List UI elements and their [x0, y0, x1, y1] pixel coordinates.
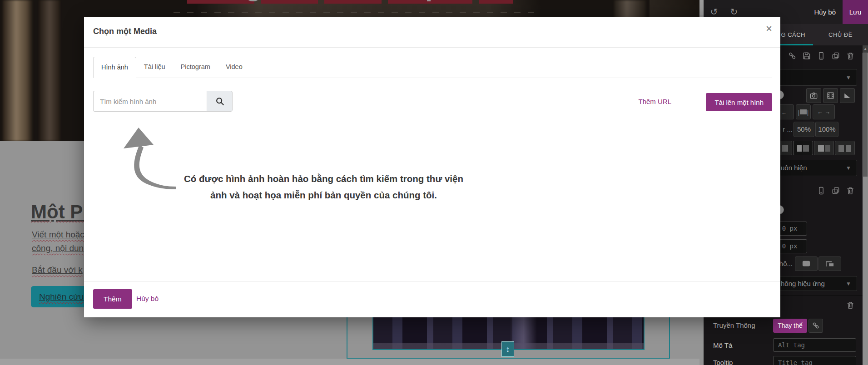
hero-heading-squiggle: [479, 0, 513, 4]
editor-cancel-button[interactable]: Hủy bỏ: [814, 0, 836, 24]
dialog-header: Chọn một Media ×: [84, 17, 780, 48]
tab-documents[interactable]: Tài liệu: [136, 57, 173, 78]
search-input[interactable]: [93, 91, 207, 112]
page-scrollbar-thumb[interactable]: [699, 0, 704, 15]
media-type-tabs: Hình ảnh Tài liệu Pictogram Video: [93, 57, 772, 78]
media-row-label: Truyền Thông: [713, 321, 755, 329]
layout-option-2-active[interactable]: [793, 141, 813, 155]
tab-video[interactable]: Video: [218, 57, 250, 78]
cancel-link[interactable]: Hủy bỏ: [136, 295, 159, 303]
hero-heading-squiggle: [324, 0, 382, 4]
research-cta-button[interactable]: Nghiên cứu: [31, 286, 90, 307]
chevron-down-icon: ▼: [846, 276, 851, 291]
hero-subtitle-fragment: [174, 12, 540, 13]
clone-icon[interactable]: [831, 51, 840, 60]
add-button[interactable]: Thêm: [93, 289, 132, 309]
tooltip-row-label: Tooltip: [713, 359, 733, 365]
chevron-down-icon: ▼: [846, 160, 851, 176]
close-icon[interactable]: ×: [766, 23, 772, 34]
search-button[interactable]: [207, 91, 233, 112]
next-section-strip: [0, 359, 699, 365]
curved-arrow-icon: [118, 125, 179, 195]
link-icon[interactable]: [788, 51, 797, 60]
page-paragraph-line: công, nội dun: [32, 243, 84, 253]
dialog-footer: Thêm Hủy bỏ: [84, 281, 780, 317]
add-url-link[interactable]: Thêm URL: [638, 98, 671, 105]
trash-icon[interactable]: [846, 301, 855, 310]
dialog-title: Chọn một Media: [93, 27, 157, 36]
resize-handle[interactable]: ↕: [501, 341, 514, 357]
hero-heading-squiggle: [187, 0, 254, 4]
clone-icon[interactable]: [831, 186, 840, 195]
sidebar-scrollbar-thumb[interactable]: [863, 53, 868, 177]
film-button[interactable]: [823, 88, 838, 103]
empty-state-message: Có được hình ảnh hoàn hảo bằng cách tìm …: [179, 171, 468, 203]
search-group: [93, 91, 233, 112]
hero-heading-fragment: g: [245, 0, 261, 7]
description-row-label: Mô Tả: [713, 341, 732, 349]
editor-save-button[interactable]: Lưu: [843, 0, 868, 24]
media-dialog: Chọn một Media × Hình ảnh Tài liệu Picto…: [84, 17, 780, 317]
mobile-preview-icon[interactable]: [817, 186, 826, 195]
camera-button[interactable]: [806, 88, 821, 103]
hero-fabric-streak: [3, 0, 33, 141]
shadow-inset-button[interactable]: [795, 256, 818, 271]
width-full-button[interactable]: ← →: [813, 104, 835, 119]
chevron-down-icon: ▼: [846, 74, 851, 81]
visibility-dropdown-value: uôn hiện: [781, 164, 807, 172]
width-100-button[interactable]: 100%: [815, 122, 838, 137]
alt-tag-input[interactable]: [773, 338, 856, 352]
image-shape-button[interactable]: [840, 88, 855, 103]
shadow-outset-button[interactable]: [818, 256, 841, 271]
save-icon[interactable]: [802, 51, 811, 60]
tab-pictogram[interactable]: Pictogram: [173, 57, 218, 78]
layout-option-3[interactable]: [814, 141, 834, 155]
layout-option-4[interactable]: [835, 141, 855, 155]
effect-dropdown-value: hông hiệu ứng: [781, 280, 825, 287]
title-tag-input[interactable]: [773, 356, 856, 365]
mobile-preview-icon[interactable]: [817, 51, 826, 60]
page-paragraph-line: Viết một hoặc: [32, 230, 84, 240]
trash-icon[interactable]: [846, 51, 855, 60]
tab-images[interactable]: Hình ảnh: [93, 57, 136, 78]
upload-image-button[interactable]: Tải lên một hình: [706, 93, 772, 111]
sidebar-scrollbar[interactable]: ▲: [863, 45, 868, 365]
width-center-button[interactable]: ||: [796, 104, 811, 119]
replace-media-button[interactable]: Thay thế: [773, 319, 807, 333]
page-paragraph-line: Bắt đầu với k: [32, 265, 83, 275]
scroll-up-icon[interactable]: ▲: [863, 45, 868, 53]
hero-fabric-streak: [39, 0, 60, 141]
trash-icon[interactable]: [846, 186, 855, 195]
tab-theme[interactable]: CHỦ ĐỀ: [813, 24, 868, 45]
media-link-button[interactable]: [808, 319, 823, 333]
width-50-button[interactable]: 50%: [794, 122, 814, 137]
hero-heading-squiggle: [261, 0, 318, 4]
hero-heading-fragment: p: [425, 0, 439, 7]
